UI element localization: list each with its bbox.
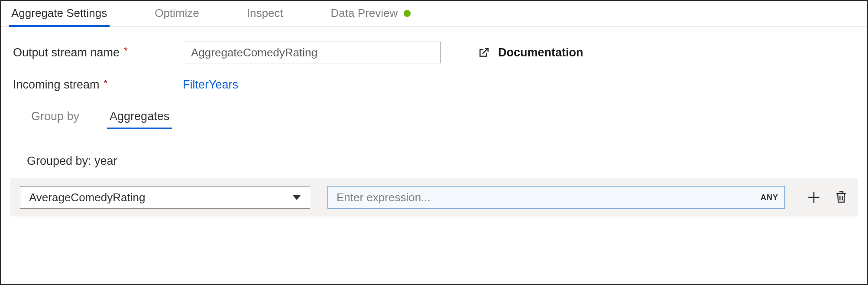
expression-input[interactable]: Enter expression... ANY <box>327 186 785 209</box>
tab-data-preview[interactable]: Data Preview <box>331 1 411 26</box>
required-asterisk-icon: * <box>104 78 108 89</box>
column-name-value: AverageComedyRating <box>29 191 145 204</box>
row-output-stream: Output stream name * Documentation <box>13 42 855 63</box>
column-name-select[interactable]: AverageComedyRating <box>20 186 310 209</box>
documentation-label: Documentation <box>498 46 583 59</box>
required-asterisk-icon: * <box>124 45 128 56</box>
aggregate-row: AverageComedyRating Enter expression... … <box>10 178 858 216</box>
tab-label: Data Preview <box>331 7 398 20</box>
row-incoming-stream: Incoming stream * FilterYears <box>13 78 855 92</box>
tab-aggregate-settings[interactable]: Aggregate Settings <box>11 1 107 26</box>
output-stream-label: Output stream name * <box>13 46 183 59</box>
subtabs: Group by Aggregates <box>31 106 855 128</box>
grouped-by-text: Grouped by: year <box>27 154 855 168</box>
incoming-stream-label: Incoming stream * <box>13 78 183 92</box>
top-tabbar: Aggregate Settings Optimize Inspect Data… <box>1 1 867 27</box>
external-link-icon <box>478 47 489 58</box>
caret-down-icon <box>292 195 301 200</box>
tab-inspect[interactable]: Inspect <box>247 1 283 26</box>
status-ok-icon <box>404 10 411 17</box>
subtab-group-by[interactable]: Group by <box>31 106 79 128</box>
tab-label: Inspect <box>247 7 283 20</box>
form-area: Output stream name * Documentation Incom… <box>1 27 867 168</box>
delete-button[interactable] <box>834 190 849 205</box>
output-stream-input[interactable] <box>183 42 441 63</box>
subtab-label: Group by <box>31 110 79 123</box>
incoming-stream-link[interactable]: FilterYears <box>183 78 238 92</box>
documentation-link[interactable]: Documentation <box>478 46 583 59</box>
expression-placeholder: Enter expression... <box>337 191 431 204</box>
expression-type-badge: ANY <box>761 193 778 202</box>
tab-optimize[interactable]: Optimize <box>155 1 199 26</box>
subtab-aggregates[interactable]: Aggregates <box>110 106 169 128</box>
label-text: Output stream name <box>13 46 120 59</box>
tab-label: Optimize <box>155 7 199 20</box>
tab-label: Aggregate Settings <box>11 7 107 20</box>
label-text: Incoming stream <box>13 78 100 92</box>
row-actions <box>806 190 849 205</box>
subtab-label: Aggregates <box>110 110 169 123</box>
add-button[interactable] <box>806 190 821 205</box>
